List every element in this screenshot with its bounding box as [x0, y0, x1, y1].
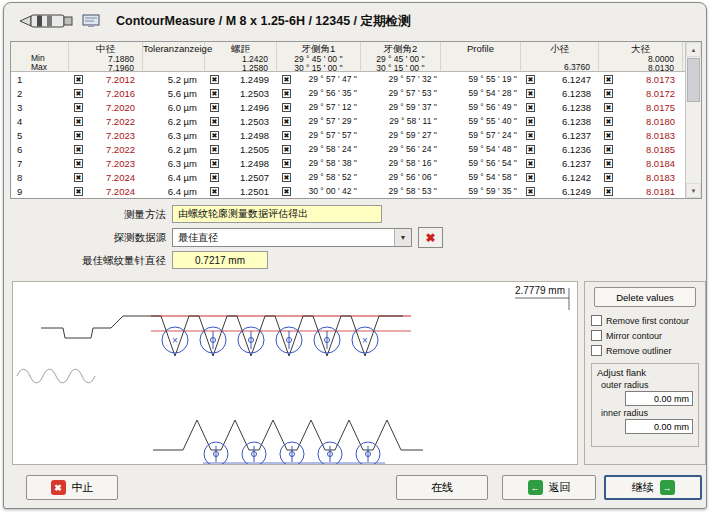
scroll-down-icon[interactable]: ▼ [686, 183, 701, 198]
checkbox-icon[interactable] [210, 131, 219, 140]
checkbox-icon[interactable] [282, 131, 291, 140]
checkbox-icon[interactable] [210, 145, 219, 154]
online-button[interactable]: 在线 [396, 475, 488, 500]
back-button[interactable]: ← 返回 [502, 475, 596, 500]
inner-radius-input[interactable] [625, 419, 693, 434]
checkbox-icon[interactable] [282, 103, 291, 112]
chevron-down-icon[interactable]: ▼ [394, 229, 411, 246]
cell-value-d2: 7.2022 [106, 144, 143, 155]
checkbox-icon[interactable] [526, 173, 535, 182]
checkbox-icon[interactable] [604, 159, 613, 168]
contour-plot[interactable]: × × 2.7 [12, 281, 578, 465]
cell-value-profile: 59 ° 55 ' 40 '' [469, 116, 521, 126]
checkbox-icon[interactable] [591, 345, 602, 356]
wire-symbols [211, 331, 330, 349]
source-dropdown[interactable]: 最佳直径 ▼ [172, 228, 412, 247]
cell-value-tolerance: 5.6 µm [168, 88, 205, 99]
cell-value-pitch: 1.2505 [240, 144, 277, 155]
checkbox-icon[interactable] [282, 117, 291, 126]
cell-value-pitch: 1.2498 [240, 158, 277, 169]
checkbox-icon[interactable] [591, 330, 602, 341]
checkbox-icon[interactable] [526, 187, 535, 196]
checkbox-icon[interactable] [74, 131, 83, 140]
checkbox-icon[interactable] [604, 89, 613, 98]
checkbox-icon[interactable] [526, 103, 535, 112]
cell-value-flank-angle2: 29 ° 59 ' 37 '' [389, 102, 441, 112]
checkbox-icon[interactable] [210, 187, 219, 196]
cell-value-tolerance: 6.4 µm [168, 186, 205, 197]
checkbox-icon[interactable] [74, 173, 83, 182]
checkbox-icon[interactable] [282, 75, 291, 84]
cell-value-d: 8.0180 [646, 116, 683, 127]
table-row[interactable]: 8 7.2024 6.4 µm 1.2507 29 ° 58 ' 52 '' 2… [11, 170, 685, 184]
checkbox-icon[interactable] [282, 89, 291, 98]
checkbox-icon[interactable] [526, 89, 535, 98]
checkbox-icon[interactable] [210, 173, 219, 182]
table-row[interactable]: 2 7.2016 5.6 µm 1.2503 29 ° 56 ' 35 '' 2… [11, 86, 685, 100]
checkbox-icon[interactable] [210, 75, 219, 84]
checkbox-icon[interactable] [526, 117, 535, 126]
table-row[interactable]: 6 7.2022 6.2 µm 1.2505 29 ° 58 ' 24 '' 2… [11, 142, 685, 156]
cell-value-pitch: 1.2503 [240, 116, 277, 127]
checkbox-icon[interactable] [74, 117, 83, 126]
checkbox-icon[interactable] [526, 131, 535, 140]
checkbox-icon[interactable] [526, 75, 535, 84]
row-number: 3 [11, 102, 22, 113]
option-remove-first-contour[interactable]: Remove first contour [591, 315, 699, 326]
column-max [143, 63, 204, 71]
checkbox-icon[interactable] [282, 159, 291, 168]
column-max: 1.2580 [205, 64, 276, 73]
scrollbar-thumb[interactable] [687, 58, 700, 102]
recalculate-button[interactable]: ✖ [418, 227, 443, 248]
checkbox-icon[interactable] [74, 159, 83, 168]
checkbox-icon[interactable] [604, 117, 613, 126]
table-row[interactable]: 5 7.2023 6.3 µm 1.2498 29 ° 57 ' 57 '' 2… [11, 128, 685, 142]
scrollbar-track[interactable] [686, 57, 701, 183]
measurement-table: Min Max 中径 7.1880 7.1960 Toleranzanzeige… [10, 41, 702, 199]
table-row[interactable]: 3 7.2020 6.0 µm 1.2496 29 ° 57 ' 12 '' 2… [11, 100, 685, 114]
checkbox-icon[interactable] [604, 75, 613, 84]
scroll-up-icon[interactable]: ▲ [686, 42, 701, 57]
cell-value-d: 8.0183 [646, 130, 683, 141]
table-row[interactable]: 9 7.2024 6.4 µm 1.2501 30 ° 00 ' 42 '' 2… [11, 184, 685, 198]
back-arrow-icon: ← [528, 480, 543, 495]
checkbox-icon[interactable] [210, 89, 219, 98]
checkbox-icon[interactable] [604, 103, 613, 112]
table-row[interactable]: 4 7.2022 6.2 µm 1.2503 29 ° 57 ' 29 '' 2… [11, 114, 685, 128]
cell-value-d1: 6.1238 [562, 102, 599, 113]
cell-value-flank-angle2: 29 ° 57 ' 53 '' [389, 88, 441, 98]
checkbox-icon[interactable] [74, 75, 83, 84]
option-remove-outliner[interactable]: Remove outliner [591, 345, 699, 356]
cell-value-d1: 6.1238 [562, 116, 599, 127]
delete-values-button[interactable]: Delete values [594, 287, 696, 307]
checkbox-icon[interactable] [210, 159, 219, 168]
cell-value-tolerance: 6.2 µm [168, 116, 205, 127]
checkbox-icon[interactable] [604, 145, 613, 154]
abort-x-icon: ✖ [51, 480, 66, 495]
checkbox-icon[interactable] [74, 187, 83, 196]
checkbox-icon[interactable] [210, 117, 219, 126]
checkbox-icon[interactable] [74, 103, 83, 112]
table-row[interactable]: 1 7.2012 5.2 µm 1.2499 29 ° 57 ' 47 '' 2… [11, 72, 685, 86]
checkbox-icon[interactable] [604, 131, 613, 140]
checkbox-icon[interactable] [282, 173, 291, 182]
checkbox-icon[interactable] [210, 103, 219, 112]
title-bar: ContourMeasure / M 8 x 1.25-6H / 12345 /… [4, 3, 706, 39]
checkbox-icon[interactable] [282, 145, 291, 154]
table-scrollbar[interactable]: ▲ ▼ [685, 42, 701, 198]
checkbox-icon[interactable] [591, 315, 602, 326]
next-button[interactable]: 继续 → [604, 475, 702, 500]
checkbox-icon[interactable] [74, 145, 83, 154]
abort-button[interactable]: ✖ 中止 [26, 475, 118, 500]
checkbox-icon[interactable] [282, 187, 291, 196]
table-row[interactable]: 7 7.2023 6.3 µm 1.2498 29 ° 58 ' 38 '' 2… [11, 156, 685, 170]
checkbox-icon[interactable] [526, 159, 535, 168]
checkbox-icon[interactable] [604, 187, 613, 196]
online-label: 在线 [431, 480, 453, 495]
checkbox-icon[interactable] [604, 173, 613, 182]
cell-value-tolerance: 6.0 µm [168, 102, 205, 113]
checkbox-icon[interactable] [526, 145, 535, 154]
outer-radius-input[interactable] [625, 391, 693, 406]
option-mirror-contour[interactable]: Mirror contour [591, 330, 699, 341]
checkbox-icon[interactable] [74, 89, 83, 98]
